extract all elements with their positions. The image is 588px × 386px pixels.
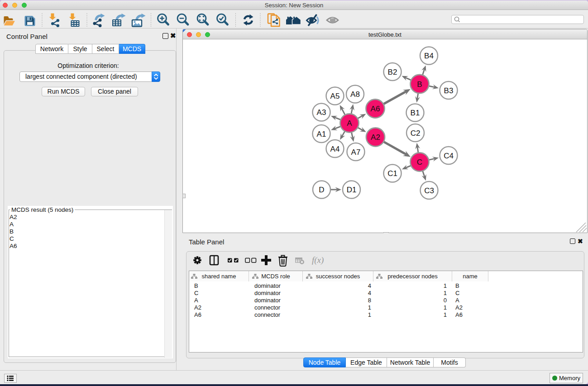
svg-text:C1: C1: [387, 169, 397, 178]
svg-text:A: A: [347, 119, 352, 128]
svg-text:A2: A2: [371, 133, 380, 142]
svg-text:C: C: [417, 158, 422, 167]
svg-text:B1: B1: [411, 109, 420, 117]
svg-text:B4: B4: [424, 52, 434, 60]
svg-text:C4: C4: [444, 152, 454, 160]
svg-text:B: B: [417, 80, 422, 89]
svg-text:D1: D1: [347, 186, 357, 194]
svg-text:C2: C2: [411, 129, 421, 138]
svg-text:f(x): f(x): [312, 255, 324, 265]
svg-text:A8: A8: [350, 90, 360, 99]
svg-text:A1: A1: [317, 130, 326, 138]
svg-text:A6: A6: [371, 105, 380, 113]
svg-text:A3: A3: [317, 108, 326, 117]
svg-text:A7: A7: [351, 148, 361, 157]
svg-text:A4: A4: [330, 145, 340, 153]
svg-text:B3: B3: [444, 86, 454, 95]
svg-text:D: D: [319, 186, 324, 194]
svg-text:A5: A5: [330, 92, 340, 100]
svg-text:C3: C3: [424, 186, 434, 195]
svg-text:B2: B2: [388, 68, 397, 76]
